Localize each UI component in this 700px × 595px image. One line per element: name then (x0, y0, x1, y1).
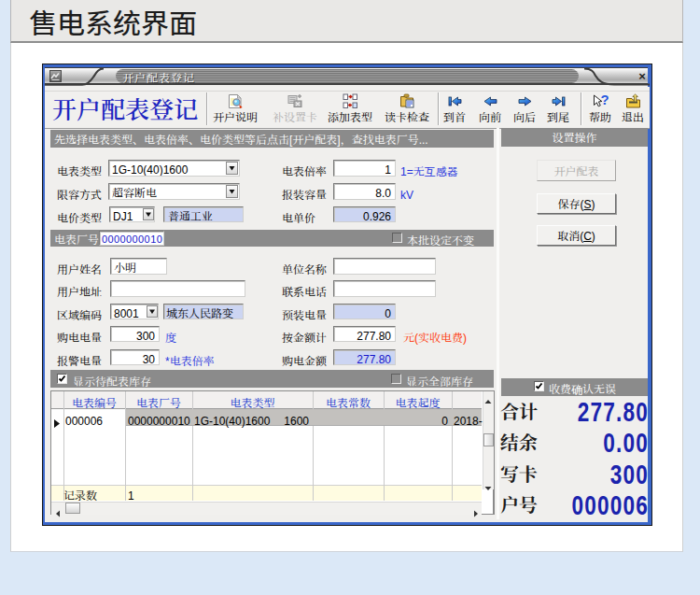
svg-text:?: ? (601, 93, 609, 107)
